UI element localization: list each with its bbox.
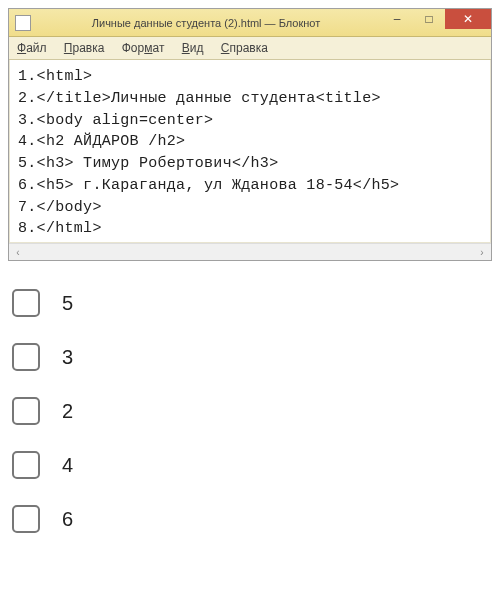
minimize-button[interactable]: – bbox=[381, 9, 413, 29]
titlebar[interactable]: Личные данные студента (2).html — Блокно… bbox=[9, 9, 491, 37]
notepad-window: Личные данные студента (2).html — Блокно… bbox=[8, 8, 492, 261]
code-line: 4.<h2 АЙДАРОВ /h2> bbox=[18, 131, 482, 153]
option-row: 5 bbox=[12, 289, 492, 317]
option-row: 6 bbox=[12, 505, 492, 533]
menu-view-accel: В bbox=[182, 41, 190, 55]
window-controls: – □ ✕ bbox=[381, 9, 491, 36]
option-label: 5 bbox=[62, 292, 73, 315]
option-row: 4 bbox=[12, 451, 492, 479]
window-title: Личные данные студента (2).html — Блокно… bbox=[31, 17, 381, 29]
menu-format[interactable]: Формат bbox=[122, 41, 165, 55]
option-row: 3 bbox=[12, 343, 492, 371]
editor-textarea[interactable]: 1.<html> 2.</title>Личные данные студент… bbox=[9, 60, 491, 243]
menu-edit-accel: П bbox=[64, 41, 73, 55]
option-checkbox[interactable] bbox=[12, 289, 40, 317]
answer-options: 5 3 2 4 6 bbox=[8, 289, 492, 533]
menu-file[interactable]: Файл bbox=[17, 41, 47, 55]
option-label: 4 bbox=[62, 454, 73, 477]
code-line: 2.</title>Личные данные студента<title> bbox=[18, 88, 482, 110]
code-line: 1.<html> bbox=[18, 66, 482, 88]
maximize-button[interactable]: □ bbox=[413, 9, 445, 29]
code-line: 8.</html> bbox=[18, 218, 482, 240]
horizontal-scrollbar[interactable]: ‹ › bbox=[9, 243, 491, 260]
scroll-right-icon[interactable]: › bbox=[475, 245, 489, 259]
menu-file-accel: Ф bbox=[17, 41, 26, 55]
option-checkbox[interactable] bbox=[12, 343, 40, 371]
option-checkbox[interactable] bbox=[12, 397, 40, 425]
code-line: 3.<body align=center> bbox=[18, 110, 482, 132]
menu-view[interactable]: Вид bbox=[182, 41, 204, 55]
notepad-icon bbox=[15, 15, 31, 31]
menubar: Файл Правка Формат Вид Справка bbox=[9, 37, 491, 60]
menu-help[interactable]: Справка bbox=[221, 41, 268, 55]
scroll-left-icon[interactable]: ‹ bbox=[11, 245, 25, 259]
option-checkbox[interactable] bbox=[12, 451, 40, 479]
code-line: 5.<h3> Тимур Робертович</h3> bbox=[18, 153, 482, 175]
menu-help-accel: С bbox=[221, 41, 230, 55]
option-label: 2 bbox=[62, 400, 73, 423]
code-line: 6.<h5> г.Караганда, ул Жданова 18-54</h5… bbox=[18, 175, 482, 197]
menu-format-accel: м bbox=[144, 41, 152, 55]
close-button[interactable]: ✕ bbox=[445, 9, 491, 29]
option-label: 6 bbox=[62, 508, 73, 531]
option-label: 3 bbox=[62, 346, 73, 369]
menu-edit[interactable]: Правка bbox=[64, 41, 105, 55]
code-line: 7.</body> bbox=[18, 197, 482, 219]
option-checkbox[interactable] bbox=[12, 505, 40, 533]
option-row: 2 bbox=[12, 397, 492, 425]
